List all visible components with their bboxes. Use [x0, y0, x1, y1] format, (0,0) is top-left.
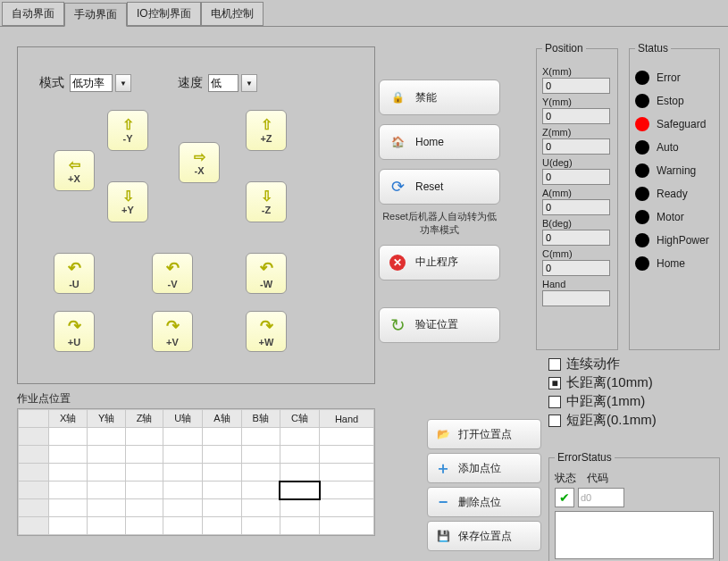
jog-minus-x[interactable]: ⇨-X: [179, 142, 220, 183]
pos-y[interactable]: [542, 108, 610, 124]
jog-plus-x[interactable]: ⇦+X: [54, 150, 95, 191]
jog-minus-v[interactable]: ↶-V: [152, 253, 193, 294]
status-dot-auto: [635, 140, 649, 155]
open-points-button[interactable]: 📂打开位置点: [427, 419, 541, 449]
chk-continuous[interactable]: [548, 358, 561, 371]
jog-minus-w[interactable]: ↶-W: [246, 253, 287, 294]
pos-c[interactable]: [542, 260, 610, 276]
error-code-input[interactable]: [578, 488, 624, 507]
pos-a[interactable]: [542, 199, 610, 215]
pos-b[interactable]: [542, 230, 610, 246]
chk-medium[interactable]: [548, 396, 561, 408]
minus-icon: −: [435, 494, 451, 510]
jog-plus-u[interactable]: ↷+U: [54, 311, 95, 352]
verify-button[interactable]: ↻ 验证位置: [379, 307, 500, 343]
status-dot-home: [635, 256, 649, 271]
home-icon: 🏠: [389, 133, 406, 151]
jog-plus-w[interactable]: ↷+W: [246, 311, 287, 352]
jog-plus-z[interactable]: ⇧+Z: [246, 110, 287, 151]
refresh-icon: ⟳: [389, 178, 406, 196]
disable-button[interactable]: 🔒 禁能: [379, 80, 500, 115]
chk-short[interactable]: [548, 414, 561, 427]
tab-auto[interactable]: 自动界面: [2, 2, 64, 26]
error-status-group: ErrorStatus 状态代码 ✔: [548, 457, 720, 561]
tab-io[interactable]: IO控制界面: [127, 2, 201, 26]
speed-label: 速度: [178, 75, 203, 91]
status-dot-highpower: [635, 233, 649, 247]
tab-bar: 自动界面 手动界面 IO控制界面 电机控制: [0, 0, 728, 26]
jog-plus-y[interactable]: ⇩+Y: [107, 181, 148, 222]
mode-select[interactable]: [70, 74, 113, 92]
step-options: 连续动作 ■长距离(10mm) 中距离(1mm) 短距离(0.1mm): [548, 356, 657, 431]
verify-icon: ↻: [389, 316, 406, 334]
delete-point-button[interactable]: −删除点位: [427, 487, 541, 517]
reset-button[interactable]: ⟳ Reset: [379, 169, 500, 205]
error-state-indicator: ✔: [555, 488, 574, 507]
stop-icon: ✕: [389, 254, 406, 272]
status-dot-error: [635, 71, 649, 85]
jog-minus-y[interactable]: ⇧-Y: [107, 110, 148, 151]
error-text[interactable]: [555, 511, 714, 559]
status-dot-motor: [635, 210, 649, 224]
mode-label: 模式: [39, 75, 64, 91]
jog-minus-u[interactable]: ↶-U: [54, 253, 95, 294]
stop-button[interactable]: ✕ 中止程序: [379, 245, 500, 280]
worklist-grid[interactable]: X轴Y轴Z轴U轴A轴B轴C轴Hand: [17, 408, 375, 536]
status-dot-estop: [635, 94, 649, 108]
jog-panel: 模式 ▼ 速度 ▼ ⇧-Y ⇧+Z ⇦+X ⇨-X ⇩+Y ⇩-Z ↶-U ↶-…: [17, 46, 375, 384]
position-group: Position X(mm) Y(mm) Z(mm) U(deg) A(mm) …: [536, 48, 618, 350]
status-dot-ready: [635, 187, 649, 201]
status-dot-warning: [635, 163, 649, 178]
lock-icon: 🔒: [389, 88, 406, 106]
speed-select[interactable]: [208, 74, 238, 92]
tab-manual[interactable]: 手动界面: [64, 3, 127, 27]
jog-plus-v[interactable]: ↷+V: [152, 311, 193, 352]
save-icon: 💾: [435, 528, 451, 544]
reset-note: Reset后机器人自动转为低功率模式: [379, 210, 500, 238]
tab-motor[interactable]: 电机控制: [201, 2, 264, 26]
pos-z[interactable]: [542, 138, 610, 155]
mode-dropdown-icon[interactable]: ▼: [115, 74, 131, 92]
folder-open-icon: 📂: [435, 426, 451, 442]
pos-u[interactable]: [542, 169, 610, 185]
status-dot-safeguard: [635, 117, 649, 131]
save-points-button[interactable]: 💾保存位置点: [427, 521, 541, 551]
speed-dropdown-icon[interactable]: ▼: [241, 74, 257, 92]
pos-x[interactable]: [542, 78, 610, 94]
pos-hand[interactable]: [542, 290, 610, 306]
jog-minus-z[interactable]: ⇩-Z: [246, 181, 287, 222]
add-point-button[interactable]: ＋添加点位: [427, 453, 541, 483]
chk-long[interactable]: ■: [548, 377, 561, 389]
plus-icon: ＋: [435, 460, 451, 476]
status-group: Status Error Estop Safeguard Auto Warnin…: [629, 48, 720, 350]
home-button[interactable]: 🏠 Home: [379, 124, 500, 160]
worklist-title: 作业点位置: [17, 391, 375, 406]
